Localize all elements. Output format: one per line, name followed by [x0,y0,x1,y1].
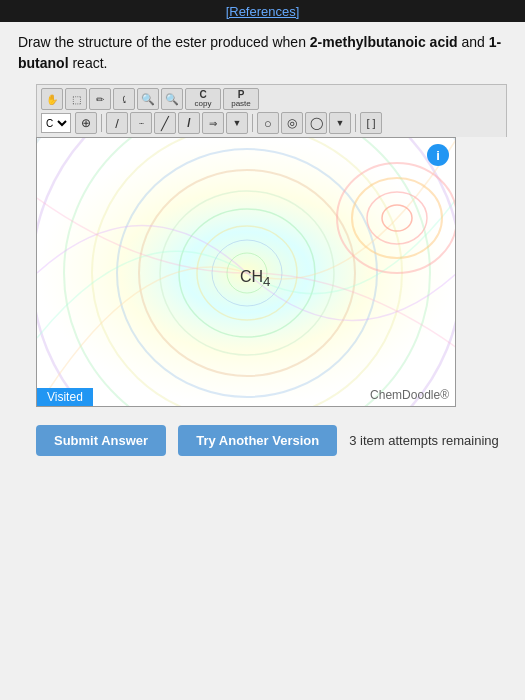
toolbar-row-2: C N O H ⊕ / ··· ╱ / ⇒ ▼ ○ ◎ ◯ ▼ [ ] [41,112,502,134]
visited-badge: Visited [37,388,93,406]
chemdoodle-container: ✋ ⬚ ✏ ⤹ 🔍 🔍 C copy P paste [36,84,507,407]
bracket-btn[interactable]: [ ] [360,112,382,134]
bond-dropdown-btn[interactable]: ▼ [226,112,248,134]
zoom-out-btn[interactable]: 🔍 [161,88,183,110]
bottom-actions: Submit Answer Try Another Version 3 item… [36,425,507,456]
references-link[interactable]: [References] [226,4,300,19]
circle2-btn[interactable]: ◎ [281,112,303,134]
molecule-label: CH4 [240,268,271,289]
question-text-middle: and [458,34,489,50]
lasso-tool-btn[interactable]: ⤹ [113,88,135,110]
watermark-text: ChemDoodle® [370,388,449,402]
question-text: Draw the structure of the ester produced… [18,32,507,74]
zoom-in-btn[interactable]: 🔍 [137,88,159,110]
copy-btn[interactable]: C copy [185,88,221,110]
toolbar-separator-2 [252,114,253,132]
toolbar-row-1: ✋ ⬚ ✏ ⤹ 🔍 🔍 C copy P paste [41,88,502,110]
double-bond-btn[interactable]: ⇒ [202,112,224,134]
chemdoodle-watermark: ChemDoodle® [370,388,449,402]
bold-bond-btn[interactable]: / [178,112,200,134]
atom-select[interactable]: C N O H [41,113,71,133]
circle3-btn[interactable]: ◯ [305,112,327,134]
question-text-before: Draw the structure of the ester produced… [18,34,310,50]
canvas-background: CH4 i Visited ChemDoodle® [37,138,455,406]
hand-tool-btn[interactable]: ✋ [41,88,63,110]
circle-btn[interactable]: ○ [257,112,279,134]
wedge-bond-btn[interactable]: ╱ [154,112,176,134]
main-content: Draw the structure of the ester produced… [0,22,525,466]
attempts-remaining-text: 3 item attempts remaining [349,433,499,448]
single-bond-btn[interactable]: / [106,112,128,134]
info-icon: i [436,148,440,163]
chemdoodle-canvas[interactable]: CH4 i Visited ChemDoodle® [36,137,456,407]
dashed-bond-btn[interactable]: ··· [130,112,152,134]
toolbar-separator-1 [101,114,102,132]
question-text-after: react. [69,55,108,71]
visited-label: Visited [47,390,83,404]
try-another-version-button[interactable]: Try Another Version [178,425,337,456]
ring-btn[interactable]: ⊕ [75,112,97,134]
submit-answer-button[interactable]: Submit Answer [36,425,166,456]
info-button[interactable]: i [427,144,449,166]
chemdoodle-toolbar: ✋ ⬚ ✏ ⤹ 🔍 🔍 C copy P paste [36,84,507,137]
question-bold1: 2-methylbutanoic acid [310,34,458,50]
circle-dropdown-btn[interactable]: ▼ [329,112,351,134]
pencil-tool-btn[interactable]: ✏ [89,88,111,110]
top-bar: [References] [0,0,525,22]
paste-btn[interactable]: P paste [223,88,259,110]
toolbar-separator-3 [355,114,356,132]
marquee-tool-btn[interactable]: ⬚ [65,88,87,110]
